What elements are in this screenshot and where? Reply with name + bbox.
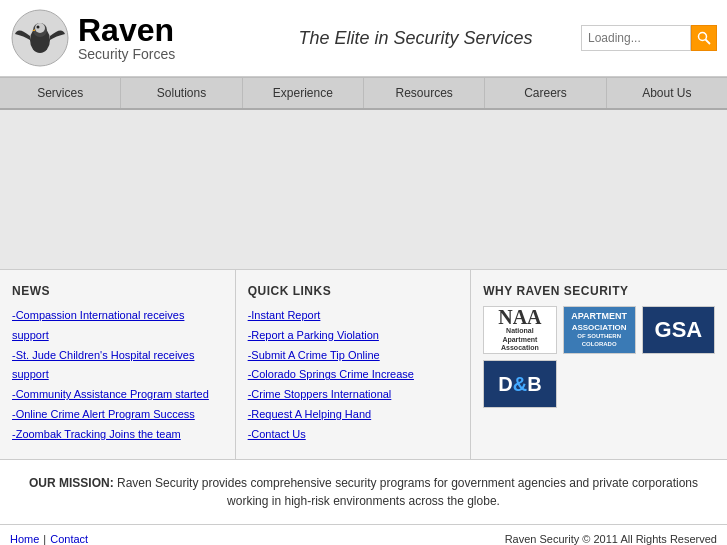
news-column: NEWS -Compassion International receives …: [0, 270, 236, 459]
quicklink-item[interactable]: -Request A Helping Hand: [248, 405, 459, 425]
footer-contact-link[interactable]: Contact: [50, 533, 88, 545]
search-button[interactable]: [691, 25, 717, 51]
eagle-icon: [10, 8, 70, 68]
partner-logo-grid: NAA National ApartmentAssocation APARTME…: [483, 306, 715, 408]
svg-point-3: [35, 23, 45, 33]
mission-section: OUR MISSION: Raven Security provides com…: [0, 460, 727, 525]
logo-name: Raven: [78, 14, 175, 46]
nav-solutions[interactable]: Solutions: [121, 78, 242, 108]
logo-sub: Security Forces: [78, 46, 175, 62]
nav-experience[interactable]: Experience: [243, 78, 364, 108]
news-item[interactable]: -Online Crime Alert Program Success: [12, 405, 223, 425]
footer-home-link[interactable]: Home: [10, 533, 39, 545]
hero-banner: [0, 110, 727, 270]
svg-point-5: [699, 33, 707, 41]
search-icon: [697, 31, 711, 45]
footer-links: Home | Contact: [10, 533, 88, 545]
quicklink-item[interactable]: -Report a Parking Violation: [248, 326, 459, 346]
why-raven-header: WHY RAVEN SECURITY: [483, 284, 715, 298]
footer-separator: |: [43, 533, 46, 545]
news-item[interactable]: -Community Assistance Program started: [12, 385, 223, 405]
nav-services[interactable]: Services: [0, 78, 121, 108]
quicklink-item[interactable]: -Crime Stoppers International: [248, 385, 459, 405]
db-logo: D&B: [483, 360, 556, 408]
search-area: [581, 25, 717, 51]
logo-text: Raven Security Forces: [78, 14, 175, 62]
content-columns: NEWS -Compassion International receives …: [0, 270, 727, 460]
svg-point-4: [37, 26, 40, 29]
quicklink-item[interactable]: -Colorado Springs Crime Increase: [248, 365, 459, 385]
gsa-logo: GSA: [642, 306, 715, 354]
mission-text: Raven Security provides comprehensive se…: [114, 476, 698, 508]
footer-copyright: Raven Security © 2011 All Rights Reserve…: [505, 533, 717, 545]
news-header: NEWS: [12, 284, 223, 298]
apartment-assoc-logo: APARTMENT ASSOCIATION OF SOUTHERN COLORA…: [563, 306, 636, 354]
svg-line-6: [706, 40, 711, 45]
search-input[interactable]: [581, 25, 691, 51]
quicklink-item[interactable]: -Contact Us: [248, 425, 459, 445]
naa-logo: NAA National ApartmentAssocation: [483, 306, 556, 354]
news-item[interactable]: -St. Jude Children's Hospital receives s…: [12, 346, 223, 386]
footer: Home | Contact Raven Security © 2011 All…: [0, 525, 727, 545]
logo-area: Raven Security Forces: [10, 8, 250, 68]
news-item[interactable]: -Compassion International receives suppo…: [12, 306, 223, 346]
nav-careers[interactable]: Careers: [485, 78, 606, 108]
header: Raven Security Forces The Elite in Secur…: [0, 0, 727, 77]
quicklink-item[interactable]: -Instant Report: [248, 306, 459, 326]
tagline: The Elite in Security Services: [250, 28, 581, 49]
why-raven-column: WHY RAVEN SECURITY NAA National Apartmen…: [471, 270, 727, 459]
main-nav: Services Solutions Experience Resources …: [0, 77, 727, 110]
nav-about[interactable]: About Us: [607, 78, 727, 108]
quicklinks-column: QUICK LINKS -Instant Report -Report a Pa…: [236, 270, 472, 459]
news-item[interactable]: -Zoombak Tracking Joins the team: [12, 425, 223, 445]
quicklink-item[interactable]: -Submit A Crime Tip Online: [248, 346, 459, 366]
nav-resources[interactable]: Resources: [364, 78, 485, 108]
mission-bold: OUR MISSION:: [29, 476, 114, 490]
quicklinks-header: QUICK LINKS: [248, 284, 459, 298]
